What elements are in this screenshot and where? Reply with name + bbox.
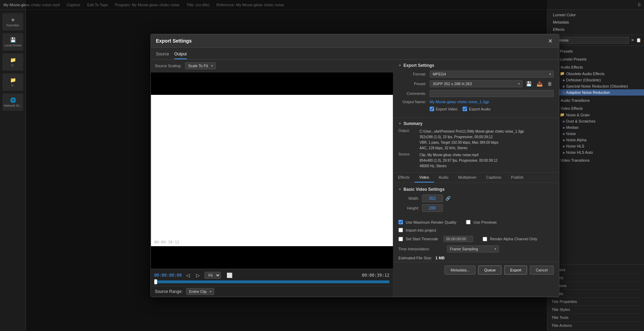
markers-section[interactable]: Markers <box>550 266 641 274</box>
tree-item-median[interactable]: ■ Median <box>553 124 644 131</box>
output-name-link[interactable]: My Movie-gleac chekc noise_1.3gp <box>430 100 489 104</box>
effects-search-input[interactable] <box>557 37 629 44</box>
tab-source[interactable]: Source <box>156 50 169 59</box>
tree-header-presets[interactable]: ▶ 📁 Presets <box>547 48 644 54</box>
summary-section: ▼ Summary Output: C:\User...obe\Premiere… <box>393 118 559 173</box>
use-max-render-checkbox[interactable] <box>398 220 403 224</box>
inner-tab-video[interactable]: Video <box>414 173 434 182</box>
sidebar-item-network[interactable]: 🌐 Network Dr... <box>2 93 23 111</box>
export-audio-checkbox[interactable] <box>463 107 467 111</box>
tree-item-denoiser[interactable]: ■ DeNoiser (Obsolete) <box>553 77 644 83</box>
source-range-select[interactable]: Entire Clip <box>186 288 214 295</box>
time-interpolation-select[interactable]: Frame Sampling <box>447 245 499 252</box>
tree-header-audio-effects[interactable]: ▼ 📁 Audio Effects <box>547 64 644 70</box>
source-range-row: Source Range: Entire Clip <box>151 286 393 297</box>
height-row: Height: <box>398 204 554 212</box>
title-actions-section[interactable]: Title Actions <box>550 322 641 330</box>
inner-tab-publish[interactable]: Publish <box>506 173 528 182</box>
summary-title: Summary <box>404 121 423 126</box>
noise-alpha-label: Noise Alpha <box>566 138 586 142</box>
mark-in-button[interactable]: ◁ <box>184 272 192 279</box>
dialog-close-button[interactable]: ✕ <box>547 38 554 44</box>
tree-header-audio-transitions[interactable]: ▼ 📁 Audio Transitions <box>547 97 644 104</box>
metadata-button[interactable]: Metadata... <box>445 266 476 275</box>
history-section[interactable]: History <box>550 274 641 282</box>
use-previews-checkbox[interactable] <box>466 220 471 224</box>
events-section[interactable]: Events <box>550 290 641 298</box>
title-styles-section[interactable]: Title Styles <box>550 306 641 314</box>
render-alpha-checkbox[interactable] <box>483 237 487 241</box>
tree-item-adaptive-noise[interactable]: ■ Adaptive Noise Reduction <box>553 89 644 96</box>
inner-tab-effects[interactable]: Effects <box>393 173 414 182</box>
source-scaling-select[interactable]: Scale To Fit <box>185 62 215 69</box>
tree-header-obsolete-audio[interactable]: ▼ 📁 Obsolete Audio Effects <box>553 70 644 77</box>
preset-select[interactable]: 3GPP 352 x 288 H.263 <box>430 80 522 87</box>
cancel-button[interactable]: Cancel <box>530 266 554 275</box>
import-project-checkbox[interactable] <box>398 228 403 232</box>
inner-tab-multiplexer[interactable]: Multiplexer <box>453 173 481 182</box>
sidebar-item-local-drives[interactable]: 💾 Local Drives <box>2 33 23 51</box>
set-start-timecode-checkbox[interactable] <box>398 237 403 241</box>
start-timecode-input[interactable] <box>443 236 473 242</box>
format-select[interactable]: MPEG4 <box>430 71 554 78</box>
dialog-title: Export Settings <box>156 38 192 44</box>
format-label: Format: <box>398 72 426 76</box>
tree-item-spectral-noise[interactable]: ■ Spectral Noise Reduction (Obsolete) <box>553 83 644 89</box>
save-preset-button[interactable]: 💾 <box>524 80 533 87</box>
fit-select[interactable]: Fit <box>204 272 221 279</box>
title-properties-section[interactable]: Title Properties <box>550 298 641 306</box>
sidebar-item-c-drive[interactable]: 📁 C: <box>2 53 23 71</box>
height-input[interactable] <box>422 204 443 212</box>
tree-header-lumetri-presets[interactable]: ▶ 📁 Lumetri Presets <box>547 56 644 62</box>
queue-button[interactable]: Queue <box>478 266 502 275</box>
tab-lumetri-color[interactable]: Lumetri Color <box>550 11 641 18</box>
delete-preset-button[interactable]: 🗑 <box>546 80 554 87</box>
summary-header[interactable]: ▼ Summary <box>398 121 554 126</box>
inner-tab-audio[interactable]: Audio <box>434 173 453 182</box>
effect-icon-noise-alpha: ■ <box>563 138 565 142</box>
export-button[interactable]: Export <box>504 266 527 275</box>
comments-input[interactable] <box>430 90 554 97</box>
import-preset-button[interactable]: 📥 <box>535 80 544 87</box>
mark-out-button[interactable]: ▷ <box>194 272 202 279</box>
tree-item-dust-scratches[interactable]: ■ Dust & Scratches <box>553 118 644 124</box>
inner-tab-captions[interactable]: Captions <box>482 173 506 182</box>
progress-bar[interactable] <box>154 280 389 283</box>
tree-header-video-effects[interactable]: ▼ 📁 Video Effects <box>547 105 644 111</box>
title-tools-section[interactable]: Title Tools <box>550 314 641 322</box>
tree-header-noise-grain[interactable]: ▼ 📁 Noise & Grain <box>553 111 644 118</box>
export-settings-header[interactable]: ▼ Export Settings <box>398 63 554 68</box>
save-preset-icon[interactable]: 📋 <box>636 38 641 43</box>
summary-source-info: Clip, My Movie-gleac chekc noise.mp4 854… <box>420 152 497 169</box>
fullscreen-button[interactable]: ⬜ <box>225 272 234 279</box>
expand-icon[interactable]: ⟩⟩ <box>638 2 641 7</box>
width-input[interactable] <box>422 195 443 202</box>
export-settings-title: Export Settings <box>404 63 434 68</box>
tree-header-video-transitions[interactable]: ▼ 📁 Video Transitions <box>547 157 644 163</box>
tree-item-noise-hls-auto[interactable]: ■ Noise HLS Auto <box>553 149 644 155</box>
time-interpolation-label: Time Interpolation: <box>398 247 443 251</box>
captions-section[interactable]: Captions <box>550 282 641 290</box>
sidebar-item-favorites[interactable]: ★ Favorites <box>2 13 23 30</box>
clear-search-icon[interactable]: ✕ <box>631 38 634 43</box>
export-video-checkbox[interactable] <box>430 107 434 111</box>
tree-item-noise-alpha[interactable]: ■ Noise Alpha <box>553 137 644 143</box>
folder-c-icon: 📁 <box>10 57 16 63</box>
sidebar-item-f-drive[interactable]: 📁 F: <box>2 73 23 91</box>
tab-effects[interactable]: Effects <box>550 26 641 33</box>
comments-value <box>430 90 554 97</box>
tree-item-noise-hls[interactable]: ■ Noise HLS <box>553 143 644 149</box>
basic-video-header[interactable]: ▼ Basic Video Settings <box>398 187 554 192</box>
export-checkboxes-value: Export Video Export Audio <box>430 107 554 111</box>
tab-output[interactable]: Output <box>174 50 187 59</box>
start-timecode-row: Set Start Timecode Render Alpha Channel … <box>393 234 559 244</box>
tree-item-noise[interactable]: ■ Noise <box>553 131 644 137</box>
source-range-label: Source Range: <box>155 289 183 294</box>
link-dimensions-icon[interactable]: 🔗 <box>445 196 451 201</box>
source-line2: 854x480 (1.0), 29.97 fps, Progressive, 0… <box>420 158 497 163</box>
folder-noise-grain-icon: 📁 <box>560 113 565 117</box>
progress-marker[interactable] <box>154 279 157 284</box>
network-icon: 🌐 <box>10 97 16 103</box>
tab-metadata[interactable]: Metadata <box>550 19 641 26</box>
file-size-label: Estimated File Size: <box>398 256 432 260</box>
